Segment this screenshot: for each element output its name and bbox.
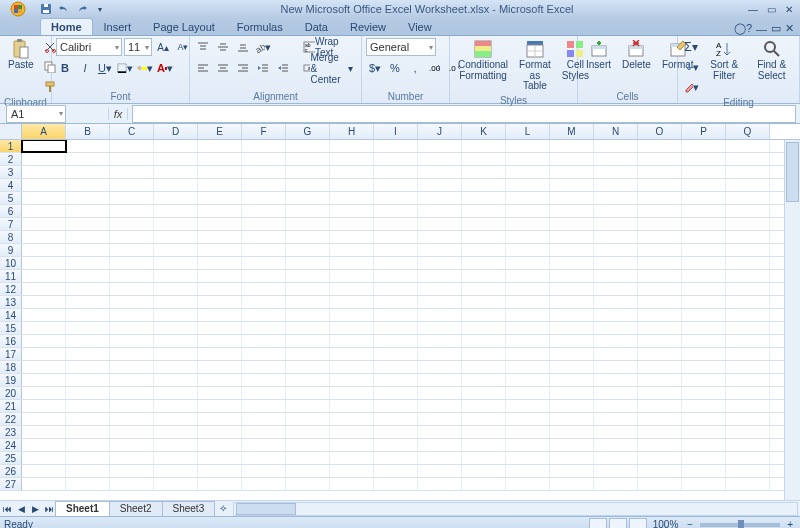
cell[interactable]	[682, 452, 726, 464]
align-center-icon[interactable]	[214, 59, 232, 77]
cell[interactable]	[506, 179, 550, 191]
cell[interactable]	[726, 348, 770, 360]
cell[interactable]	[682, 270, 726, 282]
cell[interactable]	[110, 283, 154, 295]
cell[interactable]	[726, 231, 770, 243]
cell[interactable]	[374, 309, 418, 321]
paste-button[interactable]: Paste	[4, 38, 38, 73]
row-header[interactable]: 2	[0, 153, 22, 165]
cell[interactable]	[198, 244, 242, 256]
cell[interactable]	[506, 257, 550, 269]
cell[interactable]	[726, 166, 770, 178]
cell[interactable]	[198, 166, 242, 178]
cell[interactable]	[374, 179, 418, 191]
cell[interactable]	[330, 439, 374, 451]
cell[interactable]	[330, 153, 374, 165]
cell[interactable]	[22, 478, 66, 490]
insert-cells-button[interactable]: Insert	[582, 38, 615, 73]
cell[interactable]	[726, 283, 770, 295]
cell[interactable]	[198, 205, 242, 217]
cell[interactable]	[330, 335, 374, 347]
cell[interactable]	[198, 231, 242, 243]
cell[interactable]	[594, 374, 638, 386]
align-top-icon[interactable]	[194, 38, 212, 56]
maximize-icon[interactable]: ▭	[764, 3, 778, 15]
cell[interactable]	[198, 478, 242, 490]
cell[interactable]	[22, 296, 66, 308]
cell[interactable]	[66, 387, 110, 399]
cell[interactable]	[506, 387, 550, 399]
cell[interactable]	[242, 439, 286, 451]
cell[interactable]	[374, 153, 418, 165]
cell[interactable]	[638, 413, 682, 425]
cell[interactable]	[330, 413, 374, 425]
cell[interactable]	[198, 322, 242, 334]
cell[interactable]	[550, 374, 594, 386]
cell[interactable]	[506, 413, 550, 425]
cell[interactable]	[418, 322, 462, 334]
cell[interactable]	[110, 270, 154, 282]
cell[interactable]	[286, 179, 330, 191]
cell[interactable]	[638, 348, 682, 360]
delete-cells-button[interactable]: Delete	[618, 38, 655, 73]
cell[interactable]	[66, 218, 110, 230]
cell[interactable]	[418, 166, 462, 178]
tab-data[interactable]: Data	[294, 18, 339, 35]
format-as-table-button[interactable]: Format as Table	[515, 38, 555, 94]
cell[interactable]	[242, 413, 286, 425]
cell[interactable]	[638, 335, 682, 347]
cell[interactable]	[550, 270, 594, 282]
cell[interactable]	[66, 153, 110, 165]
cell[interactable]	[550, 335, 594, 347]
cell[interactable]	[154, 205, 198, 217]
cell[interactable]	[550, 361, 594, 373]
cell[interactable]	[330, 309, 374, 321]
row-header[interactable]: 10	[0, 257, 22, 269]
row-header[interactable]: 15	[0, 322, 22, 334]
cell[interactable]	[66, 478, 110, 490]
align-bottom-icon[interactable]	[234, 38, 252, 56]
cell[interactable]	[462, 374, 506, 386]
zoom-in-icon[interactable]: +	[784, 519, 796, 528]
cell[interactable]	[506, 439, 550, 451]
cell[interactable]	[550, 413, 594, 425]
cell[interactable]	[638, 244, 682, 256]
cell[interactable]	[726, 335, 770, 347]
cell[interactable]	[110, 205, 154, 217]
cell[interactable]	[682, 426, 726, 438]
cell[interactable]	[506, 309, 550, 321]
cell[interactable]	[242, 452, 286, 464]
cell[interactable]	[418, 153, 462, 165]
mdi-restore-icon[interactable]: ▭	[771, 22, 781, 35]
cell[interactable]	[66, 322, 110, 334]
cell[interactable]	[286, 374, 330, 386]
cell[interactable]	[242, 309, 286, 321]
cell[interactable]	[154, 192, 198, 204]
cell[interactable]	[66, 309, 110, 321]
tab-insert[interactable]: Insert	[93, 18, 143, 35]
column-header[interactable]: Q	[726, 124, 770, 139]
cell[interactable]	[594, 361, 638, 373]
bold-button[interactable]: B	[56, 59, 74, 77]
cell[interactable]	[550, 257, 594, 269]
cell[interactable]	[374, 478, 418, 490]
cell[interactable]	[22, 465, 66, 477]
cell[interactable]	[242, 361, 286, 373]
cell[interactable]	[462, 296, 506, 308]
cell[interactable]	[110, 452, 154, 464]
cell[interactable]	[286, 218, 330, 230]
cell[interactable]	[594, 452, 638, 464]
cell[interactable]	[418, 140, 462, 152]
cell[interactable]	[22, 283, 66, 295]
cell[interactable]	[198, 452, 242, 464]
cell[interactable]	[682, 179, 726, 191]
font-name-combo[interactable]: Calibri	[56, 38, 122, 56]
cell[interactable]	[154, 361, 198, 373]
cell[interactable]	[110, 166, 154, 178]
cell[interactable]	[638, 283, 682, 295]
cell[interactable]	[22, 244, 66, 256]
cell[interactable]	[198, 192, 242, 204]
cell[interactable]	[418, 478, 462, 490]
cell[interactable]	[22, 439, 66, 451]
tab-formulas[interactable]: Formulas	[226, 18, 294, 35]
